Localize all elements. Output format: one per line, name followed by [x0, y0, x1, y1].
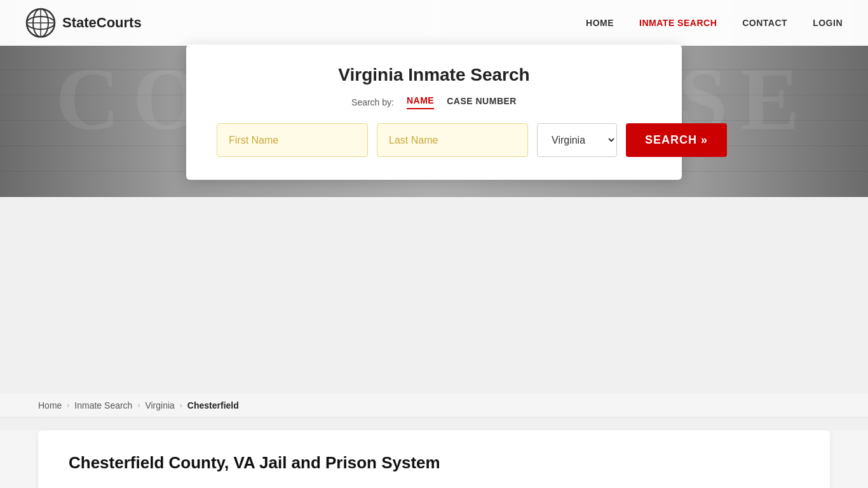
nav-login[interactable]: LOGIN: [813, 18, 843, 28]
logo-icon: [25, 8, 56, 38]
search-card: Virginia Inmate Search Search by: NAME C…: [186, 44, 682, 180]
breadcrumb-virginia[interactable]: Virginia: [145, 400, 174, 410]
nav-home[interactable]: HOME: [586, 18, 614, 28]
logo-text: StateCourts: [62, 15, 142, 31]
content-card: Chesterfield County, VA Jail and Prison …: [38, 430, 830, 488]
breadcrumb-home[interactable]: Home: [38, 400, 62, 410]
content-description: CHESTERFIELD County has 80 jails with an…: [69, 485, 799, 488]
last-name-input[interactable]: [377, 123, 528, 157]
nav-contact[interactable]: CONTACT: [742, 18, 787, 28]
nav-links: HOME INMATE SEARCH CONTACT LOGIN: [586, 17, 843, 29]
hero-section: COURTHOUSE StateCourts HOME INMATE SEARC…: [0, 0, 868, 197]
nav-inmate-search[interactable]: INMATE SEARCH: [639, 18, 717, 28]
tab-name[interactable]: NAME: [407, 95, 434, 109]
page-title: Chesterfield County, VA Jail and Prison …: [69, 453, 799, 473]
tab-case-number[interactable]: CASE NUMBER: [447, 96, 517, 109]
state-select[interactable]: Virginia Alabama Alaska Arizona Californ…: [537, 123, 617, 157]
search-card-title: Virginia Inmate Search: [217, 65, 651, 85]
breadcrumb-inmate-search[interactable]: Inmate Search: [74, 400, 132, 410]
navbar: StateCourts HOME INMATE SEARCH CONTACT L…: [0, 0, 868, 46]
breadcrumb-sep-3: ›: [180, 401, 182, 410]
logo-link[interactable]: StateCourts: [25, 8, 142, 38]
breadcrumb-current: Chesterfield: [187, 400, 239, 410]
search-inputs: Virginia Alabama Alaska Arizona Californ…: [217, 123, 651, 157]
search-by-row: Search by: NAME CASE NUMBER: [217, 95, 651, 109]
breadcrumb-sep-1: ›: [67, 401, 69, 410]
search-button[interactable]: SEARCH »: [626, 123, 727, 157]
first-name-input[interactable]: [217, 123, 368, 157]
search-by-label: Search by:: [351, 97, 394, 107]
main-content: Chesterfield County, VA Jail and Prison …: [0, 430, 868, 488]
breadcrumb-sep-2: ›: [137, 401, 140, 410]
breadcrumb: Home › Inmate Search › Virginia › Cheste…: [0, 394, 868, 417]
